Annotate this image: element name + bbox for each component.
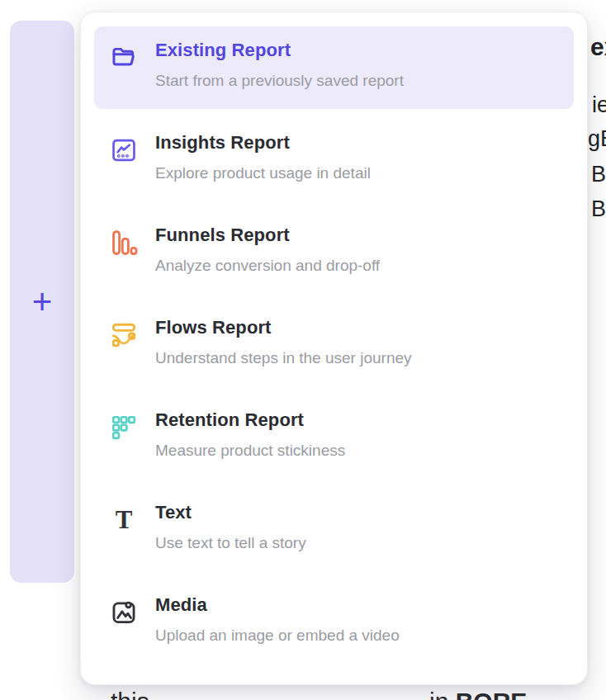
menu-item-description: Upload an image or embed a video <box>155 627 400 645</box>
menu-item-label: Funnels Report <box>155 225 380 246</box>
background-text-fragment: gB <box>588 126 606 152</box>
menu-item-label: Text <box>155 502 306 523</box>
media-image-icon <box>109 598 139 627</box>
add-report-button[interactable]: + <box>32 285 53 319</box>
background-text-fragment: B <box>591 162 606 187</box>
menu-item-description: Analyze conversion and drop-off <box>155 257 380 275</box>
menu-item-media[interactable]: Media Upload an image or embed a video <box>94 581 574 664</box>
menu-item-description: Explore product usage in detail <box>155 164 371 182</box>
flow-sankey-icon <box>109 320 139 350</box>
background-text-fragment: B <box>591 196 606 222</box>
folder-open-icon <box>109 43 139 73</box>
menu-item-label: Insights Report <box>155 132 371 154</box>
menu-item-label: Media <box>155 594 400 616</box>
menu-item-description: Measure product stickiness <box>155 442 345 460</box>
menu-item-label: Existing Report <box>155 40 404 61</box>
menu-item-label: Retention Report <box>155 409 345 431</box>
menu-item-retention-report[interactable]: Retention Report Measure product stickin… <box>94 396 574 479</box>
background-text-fragment: in BORE <box>429 688 527 700</box>
menu-item-insights-report[interactable]: Insights Report Explore product usage in… <box>94 119 574 201</box>
retention-grid-icon <box>109 413 139 442</box>
background-text-fragment: ex <box>590 33 606 61</box>
menu-item-description: Understand steps in the user journey <box>155 349 412 367</box>
add-report-popover-menu: Existing Report Start from a previously … <box>80 12 588 685</box>
background-text-fragment: ie <box>592 92 606 118</box>
funnel-bars-icon <box>109 228 139 258</box>
menu-item-description: Use text to tell a story <box>155 534 306 552</box>
menu-item-funnels-report[interactable]: Funnels Report Analyze conversion and dr… <box>94 211 574 294</box>
text-serif-t-icon: T <box>109 505 139 535</box>
line-chart-icon <box>109 135 139 165</box>
background-text-fragment: this <box>111 688 149 700</box>
menu-item-flows-report[interactable]: Flows Report Understand steps in the use… <box>94 304 574 386</box>
menu-item-text[interactable]: T Text Use text to tell a story <box>94 489 574 571</box>
menu-item-existing-report[interactable]: Existing Report Start from a previously … <box>94 26 574 109</box>
menu-item-description: Start from a previously saved report <box>155 72 404 90</box>
board-add-rail: + <box>10 21 74 583</box>
menu-item-label: Flows Report <box>155 317 412 338</box>
